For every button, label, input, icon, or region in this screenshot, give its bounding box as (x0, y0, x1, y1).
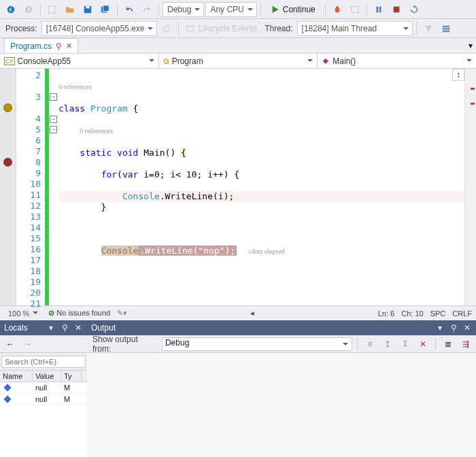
undo-button[interactable] (121, 2, 137, 17)
continue-button[interactable]: Continue (265, 2, 322, 17)
svg-point-0 (7, 5, 15, 13)
editor-statusbar: 100 % ⊘ No issues found ✎▾ ◂ Ln: 6 Ch: 1… (0, 305, 476, 320)
save-all-button[interactable] (97, 2, 114, 17)
output-source-combo[interactable]: Debug (162, 337, 352, 351)
crumb-project[interactable]: C#ConsoleApp55 (0, 54, 159, 68)
process-label: Process: (3, 24, 40, 33)
codelens[interactable]: 0 references (80, 127, 113, 135)
tab-overflow-button[interactable]: ▾ (465, 38, 476, 53)
locals-grid[interactable]: Name Value Ty nullM nullM (0, 371, 87, 405)
clear-button[interactable]: ✕ (415, 337, 430, 352)
fold-toggle[interactable]: − (50, 93, 57, 101)
options-button[interactable]: ▾ (435, 323, 445, 333)
svg-rect-9 (379, 6, 381, 12)
col-indicator[interactable]: Ch: 10 (401, 309, 423, 318)
pause-button[interactable] (371, 2, 387, 17)
pin-button[interactable]: ⚲ (60, 323, 69, 333)
forward-button (20, 2, 37, 17)
fold-toggle[interactable]: − (50, 126, 57, 133)
save-button[interactable] (80, 2, 96, 17)
current-line-marker (3, 103, 12, 112)
lifecycle-button[interactable]: Lifecycle Events (182, 21, 260, 36)
separator (325, 3, 326, 16)
continue-label: Continue (283, 5, 316, 14)
output-panel: Output ▾ ⚲ ✕ Show output from: Debug ≡ ↥… (87, 320, 476, 457)
col-value[interactable]: Value (33, 371, 61, 382)
grid-row[interactable]: nullM (0, 394, 87, 405)
process-combo[interactable]: [16748] ConsoleApp55.exe (41, 21, 158, 36)
indent-indicator[interactable]: SPC (430, 309, 446, 318)
crumb-method[interactable]: ⯁Main() (318, 54, 476, 68)
code-editor[interactable]: 2 3 4 5 6 7 8 9 10 11 12 13 14 15 16 17 … (0, 69, 476, 305)
zoom-combo[interactable]: 100 % (4, 306, 41, 321)
thread-combo[interactable]: [18284] Main Thread (297, 21, 413, 36)
scrollbar[interactable] (464, 69, 476, 305)
thread-button[interactable]: ⇶ (458, 337, 473, 352)
grid-row[interactable]: nullM (0, 382, 87, 394)
tab-bar: Program.cs ⚲ ✕ ▾ (0, 38, 476, 54)
cycle-process-button[interactable] (158, 21, 175, 36)
prev-button[interactable]: ↥ (380, 337, 395, 352)
ln: 2 (16, 70, 41, 81)
method-icon: ⯁ (322, 56, 330, 66)
svg-rect-14 (442, 30, 449, 32)
ln: 14 (16, 222, 41, 233)
crumb-class[interactable]: ⧉Program (159, 54, 318, 68)
line-indicator[interactable]: Ln: 6 (378, 309, 394, 318)
ln: 4 (16, 114, 41, 124)
ln: 18 (16, 266, 41, 277)
options-button[interactable]: ▾ (46, 323, 56, 333)
output-text[interactable] (87, 353, 476, 457)
output-header[interactable]: Output ▾ ⚲ ✕ (87, 320, 476, 335)
ln: 13 (16, 211, 41, 222)
fold-toggle[interactable]: − (50, 116, 57, 123)
back-button[interactable]: ← (3, 337, 18, 352)
hot-reload-button[interactable] (329, 2, 345, 17)
breakpoint-marker[interactable] (3, 158, 12, 167)
svg-rect-6 (103, 5, 109, 11)
locals-panel: Locals ▾ ⚲ ✕ ← → Name Value Ty nullM nul… (0, 320, 87, 457)
split-button[interactable]: ↕ (452, 69, 464, 81)
close-tab-button[interactable]: ✕ (66, 41, 72, 50)
wrap-button[interactable]: ≣ (441, 337, 456, 352)
tab-program-cs[interactable]: Program.cs ⚲ ✕ (4, 38, 78, 53)
next-button[interactable]: ↧ (398, 337, 413, 352)
lightbulb-icon[interactable]: ✎▾ (117, 309, 127, 318)
close-button[interactable]: ✕ (73, 323, 83, 333)
codelens[interactable]: 0 references (58, 83, 92, 90)
fold-gutter[interactable]: − − − (49, 69, 58, 305)
col-type[interactable]: Ty (61, 371, 82, 382)
platform-combo[interactable]: Any CPU (205, 2, 256, 17)
svg-point-1 (25, 5, 33, 13)
ln: 10 (16, 179, 41, 190)
pin-button[interactable]: ⚲ (449, 323, 458, 333)
filter-button[interactable] (420, 21, 437, 36)
panel-title: Output (91, 323, 431, 333)
stackframe-button[interactable] (438, 21, 454, 36)
pin-icon[interactable]: ⚲ (56, 41, 62, 51)
config-combo[interactable]: Debug (163, 2, 204, 17)
code-text[interactable]: 0 references class Program { 0 reference… (58, 69, 464, 305)
locals-header[interactable]: Locals ▾ ⚲ ✕ (0, 320, 87, 335)
svg-rect-7 (352, 6, 359, 12)
tab-label: Program.cs (10, 41, 52, 51)
stop-button[interactable] (388, 2, 405, 17)
new-item-button[interactable] (44, 2, 61, 17)
perf-tip[interactable]: ≤4ms elapsed (248, 248, 285, 255)
goto-button[interactable]: ≡ (362, 337, 377, 352)
search-input[interactable] (1, 356, 86, 368)
ln: 12 (16, 201, 41, 211)
restart-button[interactable] (406, 2, 422, 17)
issues-status[interactable]: ⊘ No issues found (48, 309, 110, 318)
lineend-indicator[interactable]: CRLF (452, 309, 472, 318)
ln: 5 (16, 124, 41, 135)
browser-button[interactable] (347, 2, 363, 17)
breakpoint-gutter[interactable] (0, 69, 16, 305)
close-button[interactable]: ✕ (462, 323, 472, 333)
redo-button[interactable] (139, 2, 155, 17)
open-button[interactable] (62, 2, 78, 17)
ln: 3 (16, 92, 41, 103)
col-name[interactable]: Name (0, 371, 33, 382)
back-button[interactable] (3, 2, 19, 17)
svg-rect-12 (442, 25, 449, 27)
